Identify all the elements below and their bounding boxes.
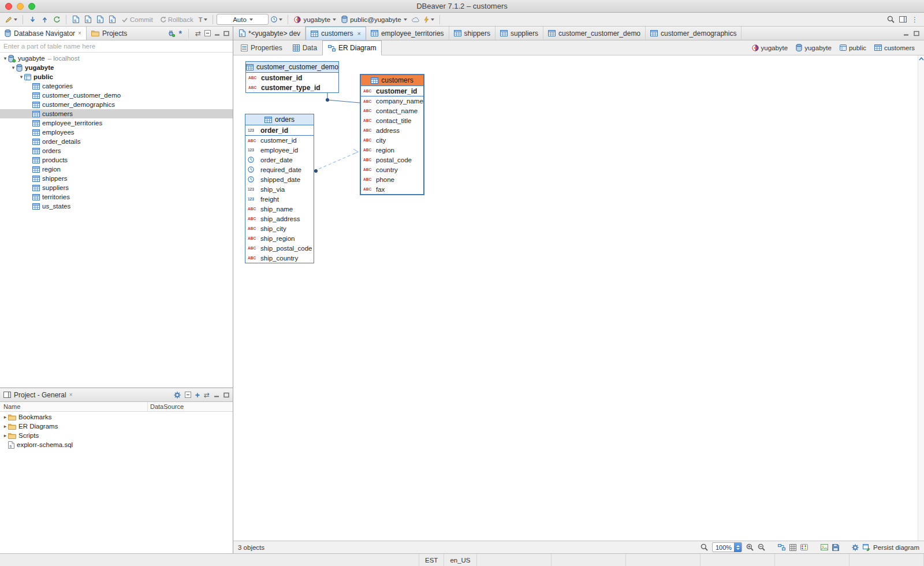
tab-database-navigator[interactable]: Database Navigator ×	[0, 27, 87, 40]
entity-column-region[interactable]: ABCregion	[361, 145, 423, 155]
tree-item-orders[interactable]: orders	[0, 146, 233, 155]
tab-data[interactable]: Data	[288, 40, 322, 55]
link-with-editor-icon[interactable]: ⇄	[204, 392, 210, 399]
expander-icon[interactable]: ▾	[10, 65, 16, 70]
entity-column-address[interactable]: ABCaddress	[361, 125, 423, 135]
collapse-all-icon[interactable]	[204, 30, 211, 36]
open-sql-script-button[interactable]: S	[82, 14, 94, 25]
diagram-colors-button[interactable]	[800, 544, 808, 550]
tree-item-us-states[interactable]: us_states	[0, 202, 233, 211]
maximize-view-icon[interactable]	[223, 31, 229, 36]
zoom-out-button[interactable]	[758, 543, 765, 551]
maximize-view-icon[interactable]	[223, 392, 229, 398]
close-window-button[interactable]	[5, 3, 12, 10]
new-object-wizard-button[interactable]	[3, 14, 19, 25]
editor-tab-customer-customer-demo[interactable]: customer_customer_demo	[543, 27, 646, 40]
transaction-log-button[interactable]	[269, 14, 284, 25]
entity-column-city[interactable]: ABCcity	[361, 135, 423, 145]
persist-diagram-button[interactable]: Persist diagram	[863, 544, 919, 551]
column-header-name[interactable]: Name	[0, 402, 148, 411]
entity-column-contact-title[interactable]: ABCcontact_title	[361, 116, 423, 125]
perspective-button[interactable]	[897, 14, 908, 25]
vertical-scrollbar[interactable]	[918, 55, 924, 541]
editor-tab-customer-demographics[interactable]: customer_demographics	[646, 27, 742, 40]
tree-item-territories[interactable]: territories	[0, 192, 233, 202]
entity-column-ship-postal-code[interactable]: ABCship_postal_code	[245, 243, 314, 253]
maximize-editor-icon[interactable]	[914, 31, 919, 36]
entity-column-employee-id[interactable]: 123employee_id	[245, 145, 314, 155]
connection-select[interactable]: yugabyte	[292, 14, 338, 25]
breadcrumb-yugabyte[interactable]: yugabyte	[792, 43, 835, 53]
tab-projects[interactable]: Projects	[87, 27, 132, 40]
entity-column-customer-id[interactable]: ABCcustomer_id	[245, 135, 314, 145]
breadcrumb-customers[interactable]: customers	[871, 43, 918, 53]
entity-column-customer-id[interactable]: ABCcustomer_id	[361, 86, 423, 96]
editor-tab-employee-territories[interactable]: employee_territories	[366, 27, 449, 40]
entity-customers[interactable]: customersABCcustomer_idABCcompany_nameAB…	[360, 74, 424, 195]
zoom-window-button[interactable]	[28, 3, 35, 10]
editor-tab-yugabyte-dev[interactable]: S*<yugabyte> dev	[234, 27, 305, 40]
minimize-view-icon[interactable]	[214, 392, 219, 398]
entity-column-order-id[interactable]: 123order_id	[245, 125, 314, 135]
entity-column-postal-code[interactable]: ABCpostal_code	[361, 155, 423, 165]
minimize-editor-icon[interactable]	[903, 31, 909, 36]
zoom-in-button[interactable]	[746, 543, 754, 551]
link-with-editor-icon[interactable]: ⇄	[195, 30, 201, 37]
sql-tasks-button[interactable]: S	[106, 14, 118, 25]
export-image-button[interactable]	[821, 544, 828, 550]
diagram-settings-button[interactable]	[852, 544, 859, 551]
sql-console-button[interactable]: S	[94, 14, 106, 25]
new-connection-icon[interactable]	[167, 29, 175, 37]
diagram-canvas[interactable]: customer_customer_demoABCcustomer_idABCc…	[233, 55, 924, 541]
save-diagram-button[interactable]	[832, 544, 839, 551]
entity-header[interactable]: customer_customer_demo	[246, 62, 338, 73]
expander-icon[interactable]: ▸	[2, 414, 8, 420]
entity-column-country[interactable]: ABCcountry	[361, 165, 423, 174]
tree-item-products[interactable]: products	[0, 155, 233, 165]
tree-item-customers[interactable]: customers	[0, 109, 233, 118]
entity-column-customer-id[interactable]: ABCcustomer_id	[246, 73, 338, 83]
entity-header[interactable]: customers	[361, 75, 423, 86]
new-item-icon[interactable]: *	[178, 31, 181, 36]
new-sql-editor-button[interactable]: S	[70, 14, 81, 25]
expander-icon[interactable]: ▸	[2, 433, 8, 438]
commit-button[interactable]: Commit	[118, 14, 156, 25]
entity-column-phone[interactable]: ABCphone	[361, 174, 423, 184]
tree-item-categories[interactable]: categories	[0, 81, 233, 91]
tree-item-employees[interactable]: employees	[0, 128, 233, 137]
tree-item-shippers[interactable]: shippers	[0, 174, 233, 183]
close-icon[interactable]: ×	[69, 392, 73, 398]
gear-icon[interactable]	[174, 392, 181, 399]
tree-item-er-diagrams[interactable]: ▸ER Diagrams	[0, 422, 233, 431]
breadcrumb-public[interactable]: public	[836, 43, 870, 53]
zoom-tool-button[interactable]	[701, 543, 708, 551]
close-icon[interactable]: ×	[357, 30, 360, 37]
entity-column-company-name[interactable]: ABCcompany_name	[361, 96, 423, 106]
refresh-button[interactable]	[51, 14, 62, 25]
entity-column-ship-city[interactable]: ABCship_city	[245, 224, 314, 233]
search-button[interactable]	[885, 14, 896, 25]
entity-column-customer-type-id[interactable]: ABCcustomer_type_id	[246, 83, 338, 92]
collapse-all-icon[interactable]	[185, 392, 191, 398]
breadcrumb-yugabyte[interactable]: yugabyte	[748, 43, 792, 53]
tab-er-diagram[interactable]: ER Diagram	[322, 40, 382, 55]
entity-column-shipped-date[interactable]: shipped_date	[245, 174, 314, 184]
tree-item-customer-customer-demo[interactable]: customer_customer_demo	[0, 91, 233, 100]
tree-item-public[interactable]: ▾public	[0, 72, 233, 81]
table-filter-input[interactable]	[0, 40, 233, 53]
entity-column-contact-name[interactable]: ABCcontact_name	[361, 106, 423, 116]
entity-column-ship-via[interactable]: 123ship_via	[245, 184, 314, 194]
entity-column-order-date[interactable]: order_date	[245, 155, 314, 165]
entity-header[interactable]: orders	[245, 114, 314, 125]
tree-item-bookmarks[interactable]: ▸Bookmarks	[0, 412, 233, 422]
zoom-level-select[interactable]: 100%	[712, 542, 742, 552]
toggle-grid-button[interactable]	[789, 544, 796, 551]
editor-tab-customers[interactable]: customers×	[305, 27, 366, 40]
editor-tab-suppliers[interactable]: suppliers	[495, 27, 543, 40]
add-item-icon[interactable]: +	[195, 392, 200, 398]
entity-column-ship-country[interactable]: ABCship_country	[245, 253, 314, 263]
tree-item-region[interactable]: region	[0, 165, 233, 174]
commit-mode-select[interactable]: Auto	[217, 14, 269, 25]
tree-item-order-details[interactable]: order_details	[0, 137, 233, 146]
tree-item-explorr-schema-sql[interactable]: Sexplorr-schema.sql	[0, 440, 233, 449]
